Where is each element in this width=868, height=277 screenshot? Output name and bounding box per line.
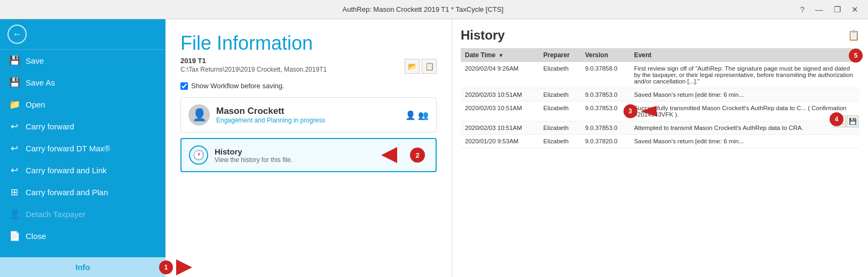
taxpayer-info: Mason Crockett Engagement and Planning i… [216,106,325,124]
cell-datetime: 2020/02/03 10:51AM [461,121,539,135]
help-button[interactable]: ? [797,4,808,15]
sidebar-item-label-save: Save [26,56,44,65]
file-action-icons: 📂 📋 [405,59,437,74]
cell-event: Saved Mason's return [edit time: 6 min..… [630,88,859,102]
sidebar-item-close[interactable]: 📄 Close [0,225,165,247]
badge-2-container: 2 [381,147,425,163]
taxpayer-avatar: 👤 [188,104,210,126]
badge-5: 5 [849,49,863,63]
col-event: Event [630,48,859,62]
cell-event: First review sign off of "AuthRep: The s… [630,62,859,88]
sidebar-item-label-carry-forward-dtmax: Carry forward DT Max® [26,144,110,153]
sidebar-item-label-detach-taxpayer: Detach Taxpayer [26,210,85,219]
history-table-container: Date Time ▼ Preparer Version Event 2020/… [461,48,859,277]
table-row: 2020/02/04 9:26AMElizabeth9.0.37858.0Fir… [461,62,859,88]
folder-icon-button[interactable]: 📂 [405,59,420,74]
back-button[interactable]: ← [7,25,27,44]
arrow-2-svg [381,147,408,163]
cell-version: 9.0.37853.0 [581,88,630,102]
history-card-icon: 🕐 [189,145,208,165]
table-row: 2020/02/03 10:51AMElizabeth9.0.37853.0At… [461,121,859,135]
table-row: 2020/01/20 9:53AMElizabeth9.0.37820.0Sav… [461,135,859,148]
copy-icon-button[interactable]: 📋 [422,59,437,74]
person-icon: 👤 [192,108,207,122]
history-card-title: History [215,147,293,156]
person-icon-small[interactable]: 👤 [405,110,416,120]
sidebar-bottom: Info 1 [0,257,165,277]
maximize-button[interactable]: ❐ [831,4,844,16]
svg-marker-2 [641,106,657,117]
table-row: 2020/02/03 10:51AMElizabeth9.0.37853.0Sa… [461,88,859,102]
sidebar-item-detach-taxpayer: 👤 Detach Taxpayer [0,203,165,225]
arrow-3-svg [641,106,662,117]
sidebar-item-carry-forward-plan[interactable]: ⊞ Carry forward and Plan [0,181,165,203]
title-bar: AuthRep: Mason Crockett 2019 T1 * TaxCyc… [0,0,868,19]
cell-datetime: 2020/02/03 10:51AM [461,102,539,121]
sidebar-item-label-carry-forward: Carry forward [26,122,74,131]
svg-marker-0 [176,259,192,275]
sidebar-item-carry-forward-link[interactable]: ↩ Carry forward and Link [0,159,165,181]
sidebar-item-save[interactable]: 💾 Save [0,50,165,72]
history-panel-header: History 📋 [461,28,859,43]
cell-version: 9.0.37820.0 [581,135,630,148]
open-icon: 📁 [9,99,20,110]
cell-preparer: Elizabeth [539,102,581,121]
sidebar-item-open[interactable]: 📁 Open [0,94,165,116]
cell-version: 9.0.37853.03 [581,102,630,121]
taxpayer-card: 👤 Mason Crockett Engagement and Planning… [180,97,437,133]
col-datetime: Date Time ▼ [461,48,539,62]
sidebar-item-carry-forward-dtmax[interactable]: ↩ Carry forward DT Max® [0,137,165,159]
taxpayer-status: Engagement and Planning in progress [216,117,325,124]
cell-preparer: Elizabeth [539,62,581,88]
info-tab[interactable]: Info 1 [0,257,165,277]
badge-4: 4 [830,112,843,126]
main-layout: ← 💾 Save 💾 Save As 📁 Open ↩ Carry forwar… [0,19,868,277]
taxpayer-name: Mason Crockett [216,106,325,117]
history-card[interactable]: 🕐 History View the history for this file… [180,138,437,172]
save-as-icon: 💾 [9,77,20,88]
window-title: AuthRep: Mason Crockett 2019 T1 * TaxCyc… [49,5,797,13]
minimize-button[interactable]: — [812,4,826,15]
save-row-icon[interactable]: 💾 [847,116,858,127]
sidebar-item-label-save-as: Save As [26,78,55,87]
detach-taxpayer-icon: 👤 [9,209,20,220]
file-path: C:\Tax Returns\2019\2019 Crockett, Mason… [180,66,400,73]
cell-version: 9.0.37858.0 [581,62,630,88]
svg-marker-1 [381,147,397,163]
cell-datetime: 2020/01/20 9:53AM [461,135,539,148]
table-row: 2020/02/03 10:51AMElizabeth9.0.37853.03S… [461,102,859,121]
arrow-1-svg [171,259,192,275]
sidebar-item-label-carry-forward-plan: Carry forward and Plan [26,188,108,197]
sidebar-item-carry-forward[interactable]: ↩ Carry forward [0,116,165,137]
cell-datetime: 2020/02/03 10:51AM [461,88,539,102]
history-panel: History 📋 Date Time ▼ Preparer Version E… [452,19,868,277]
sidebar-item-label-close: Close [26,232,46,241]
close-button[interactable]: ✕ [848,4,862,16]
history-table: Date Time ▼ Preparer Version Event 2020/… [461,48,859,148]
carry-forward-dtmax-icon: ↩ [9,143,20,154]
file-info-title: File Information [180,32,437,55]
info-tab-label: Info [75,263,90,272]
cell-preparer: Elizabeth [539,121,581,135]
cell-preparer: Elizabeth [539,135,581,148]
cell-preparer: Elizabeth [539,88,581,102]
persons-icon-small[interactable]: 👥 [418,110,429,120]
carry-forward-icon: ↩ [9,121,20,132]
save-icon: 💾 [9,55,20,66]
badge-1: 1 [159,260,173,274]
file-path-section: 2019 T1 C:\Tax Returns\2019\2019 Crocket… [180,57,400,78]
sidebar-item-save-as[interactable]: 💾 Save As [0,72,165,94]
badge-2: 2 [410,148,425,163]
sidebar-back[interactable]: ← [0,19,165,50]
history-panel-title: History [461,28,505,43]
carry-forward-plan-icon: ⊞ [9,187,20,198]
sort-arrow-icon[interactable]: ▼ [498,52,503,58]
history-panel-copy-icon[interactable]: 📋 [848,29,859,41]
history-card-info: History View the history for this file. [215,147,293,164]
taxpayer-action-icons: 👤 👥 [405,110,429,120]
back-icon: ← [12,29,22,40]
sidebar-item-label-carry-forward-link: Carry forward and Link [26,166,107,175]
show-workflow-checkbox[interactable] [180,82,188,90]
show-workflow-row: Show Workflow before saving. [180,82,437,90]
cell-event: Attempted to transmit Mason Crockett's A… [630,121,859,135]
